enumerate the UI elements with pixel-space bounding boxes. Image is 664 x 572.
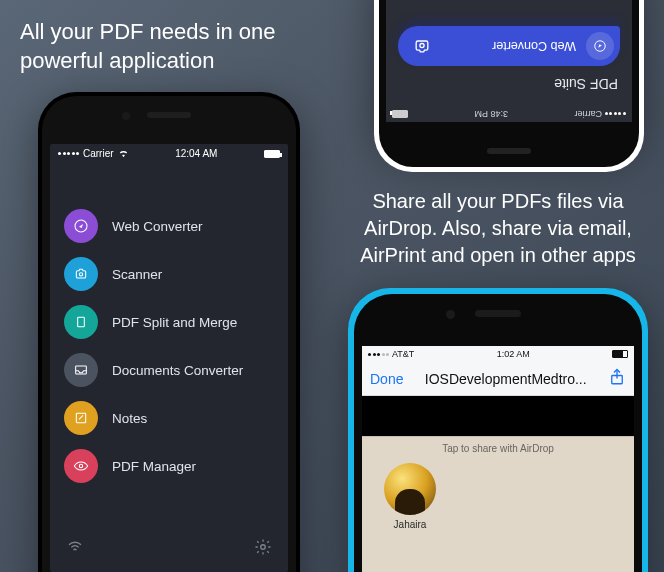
signal-icon xyxy=(605,113,626,116)
document-preview xyxy=(362,396,634,436)
wifi-icon xyxy=(118,148,129,159)
menu-item-label: Scanner xyxy=(112,267,162,282)
phone-front-camera xyxy=(122,112,130,120)
airdrop-banner-web-converter[interactable]: Web Converter xyxy=(398,26,620,66)
menu-item-docs-converter[interactable]: Documents Converter xyxy=(64,353,274,387)
status-bar: AT&T 1:02 AM xyxy=(362,346,634,362)
camera-icon xyxy=(64,257,98,291)
carrier-label: Carrier xyxy=(83,148,114,159)
battery-icon xyxy=(264,150,280,158)
menu-item-web-converter[interactable]: Web Converter xyxy=(64,209,274,243)
contact-name: Jahaira xyxy=(384,519,436,530)
phone-mockup-bottom-right: AT&T 1:02 AM Done IOSDevelopmentMedtro..… xyxy=(348,288,648,572)
menu-item-label: Documents Converter xyxy=(112,363,243,378)
wifi-transfer-icon[interactable] xyxy=(66,538,84,560)
status-right xyxy=(264,150,280,158)
phone-mockup-top-right: Carrier 3:48 PM PDF Suite Web Converter xyxy=(374,0,644,172)
marketing-heading-left: All your PDF needs in one powerful appli… xyxy=(20,18,310,75)
main-menu: Web Converter Scanner PDF Split and Merg… xyxy=(50,163,288,528)
phone-speaker xyxy=(147,112,191,118)
share-sheet-label: Tap to share with AirDrop xyxy=(362,437,634,458)
share-icon[interactable] xyxy=(608,368,626,389)
svg-point-1 xyxy=(79,273,82,276)
menu-item-scanner[interactable]: Scanner xyxy=(64,257,274,291)
camera-icon xyxy=(412,36,432,56)
menu-item-label: Web Converter xyxy=(112,219,203,234)
svg-point-7 xyxy=(420,44,424,48)
svg-point-5 xyxy=(261,545,266,550)
compass-icon xyxy=(586,32,614,60)
status-left: Carrier xyxy=(58,148,129,159)
battery-icon xyxy=(612,350,628,358)
edit-icon xyxy=(64,401,98,435)
phone-speaker xyxy=(475,310,521,317)
carrier-label: Carrier xyxy=(574,109,602,119)
svg-rect-2 xyxy=(78,317,85,326)
signal-icon xyxy=(368,353,389,356)
status-bar: Carrier 12:04 AM xyxy=(50,144,288,163)
document-icon xyxy=(64,305,98,339)
banner-label: Web Converter xyxy=(492,39,576,53)
status-bar: Carrier 3:48 PM xyxy=(386,106,632,122)
phone-speaker xyxy=(487,148,531,154)
menu-item-notes[interactable]: Notes xyxy=(64,401,274,435)
status-time: 3:48 PM xyxy=(474,109,508,119)
screen-title: PDF Suite xyxy=(386,66,632,106)
menu-item-label: PDF Manager xyxy=(112,459,196,474)
phone-screen: AT&T 1:02 AM Done IOSDevelopmentMedtro..… xyxy=(362,346,634,572)
compass-icon xyxy=(64,209,98,243)
phone-screen: Carrier 12:04 AM Web Converter Scanner xyxy=(50,144,288,572)
inbox-icon xyxy=(64,353,98,387)
nav-title: IOSDevelopmentMedtro... xyxy=(403,371,608,387)
phone-mockup-left: Carrier 12:04 AM Web Converter Scanner xyxy=(38,92,300,572)
menu-item-split-merge[interactable]: PDF Split and Merge xyxy=(64,305,274,339)
battery-icon xyxy=(392,110,408,118)
bottom-toolbar xyxy=(50,528,288,572)
done-button[interactable]: Done xyxy=(370,371,403,387)
status-time: 12:04 AM xyxy=(175,148,217,159)
marketing-heading-right: Share all your PDFs files via AirDrop. A… xyxy=(348,188,648,269)
menu-item-pdf-manager[interactable]: PDF Manager xyxy=(64,449,274,483)
phone-screen: Carrier 3:48 PM PDF Suite Web Converter xyxy=(386,0,632,122)
avatar xyxy=(384,463,436,515)
airdrop-contact[interactable]: Jahaira xyxy=(384,463,436,530)
eye-icon xyxy=(64,449,98,483)
nav-bar: Done IOSDevelopmentMedtro... xyxy=(362,362,634,396)
svg-point-4 xyxy=(79,464,82,467)
airdrop-share-sheet: Tap to share with AirDrop Jahaira xyxy=(362,436,634,572)
menu-item-label: PDF Split and Merge xyxy=(112,315,237,330)
phone-front-camera xyxy=(446,310,455,319)
status-time: 1:02 AM xyxy=(497,349,530,359)
menu-item-label: Notes xyxy=(112,411,147,426)
carrier-label: AT&T xyxy=(392,349,414,359)
settings-icon[interactable] xyxy=(254,538,272,560)
signal-icon xyxy=(58,152,79,155)
